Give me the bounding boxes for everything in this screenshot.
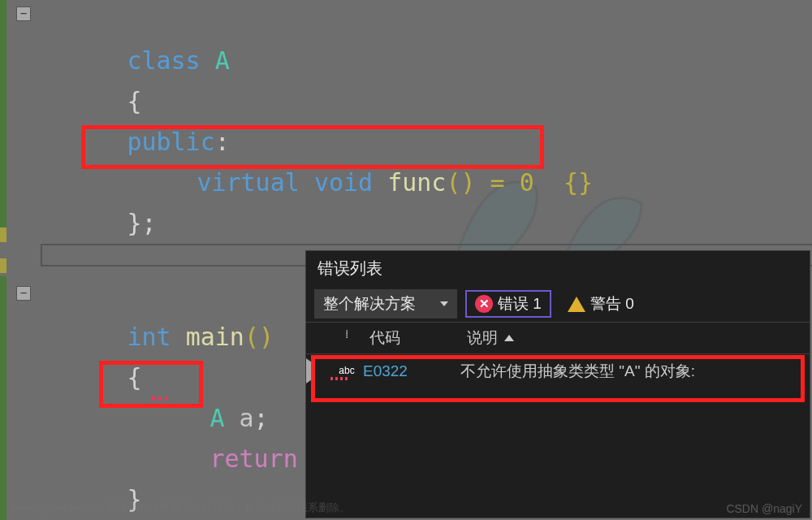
keyword-int: int — [127, 323, 171, 351]
watermark: CSDN @nagiY — [726, 502, 802, 515]
column-code[interactable]: 代码 — [363, 327, 460, 349]
type-name: A — [215, 46, 230, 75]
gutter-change-bar — [0, 0, 6, 228]
function-name: func — [387, 168, 446, 197]
keyword-public: public — [127, 128, 214, 156]
error-grid-header: ⁞ 代码 说明 — [306, 322, 810, 354]
gutter-change-bar — [0, 276, 6, 520]
expand-icon[interactable] — [306, 358, 312, 384]
errors-filter-button[interactable]: ✕ 错误 1 — [465, 290, 551, 318]
error-icon: ✕ — [475, 295, 493, 313]
close-brace: }; — [127, 209, 156, 237]
column-icon[interactable]: ⁞ — [330, 327, 363, 349]
warnings-count-label: 警告 0 — [590, 293, 634, 314]
keyword-return: return — [209, 444, 297, 473]
pure-virtual-decl: () = 0 {} — [446, 168, 593, 197]
keyword-void: void — [314, 168, 373, 197]
sort-ascending-icon — [504, 335, 514, 341]
code-editor: − − class A { public: virtual void func(… — [0, 0, 812, 520]
scope-label: 整个解决方案 — [323, 293, 416, 314]
function-main: main — [186, 323, 244, 351]
errors-count-label: 错误 1 — [498, 293, 542, 314]
column-desc[interactable]: 说明 — [460, 327, 810, 349]
keyword-virtual: virtual — [197, 168, 299, 197]
panel-title: 错误列表 — [306, 251, 810, 286]
error-list-panel: 错误列表 整个解决方案 ✕ 错误 1 警告 0 ⁞ 代码 说明 — [305, 250, 810, 518]
keyword-class: class — [127, 46, 200, 75]
error-code: E0322 — [363, 362, 460, 380]
scope-dropdown[interactable]: 整个解决方案 — [314, 289, 457, 318]
type-name: A — [209, 404, 224, 432]
warning-icon — [568, 297, 585, 312]
variable-name: a — [240, 404, 254, 432]
paren: () — [244, 323, 274, 351]
error-toolbar: 整个解决方案 ✕ 错误 1 警告 0 — [306, 286, 810, 322]
error-squiggle — [152, 396, 171, 401]
brace: { — [127, 363, 141, 392]
watermark: www.toymoban.com 网络图片仅供展示，非存储，如有侵权请联系删除。 — [10, 500, 350, 515]
gutter-mark — [0, 228, 6, 242]
gutter-mark — [0, 258, 6, 273]
intellisense-icon: abc — [330, 365, 363, 380]
chevron-down-icon — [440, 301, 448, 306]
colon: : — [215, 128, 230, 156]
warnings-filter-button[interactable]: 警告 0 — [559, 292, 642, 316]
brace: { — [127, 87, 141, 115]
error-description: 不允许使用抽象类类型 "A" 的对象: — [460, 361, 810, 382]
semicolon: ; — [254, 404, 269, 432]
error-row[interactable]: abc E0322 不允许使用抽象类类型 "A" 的对象: — [306, 354, 810, 388]
